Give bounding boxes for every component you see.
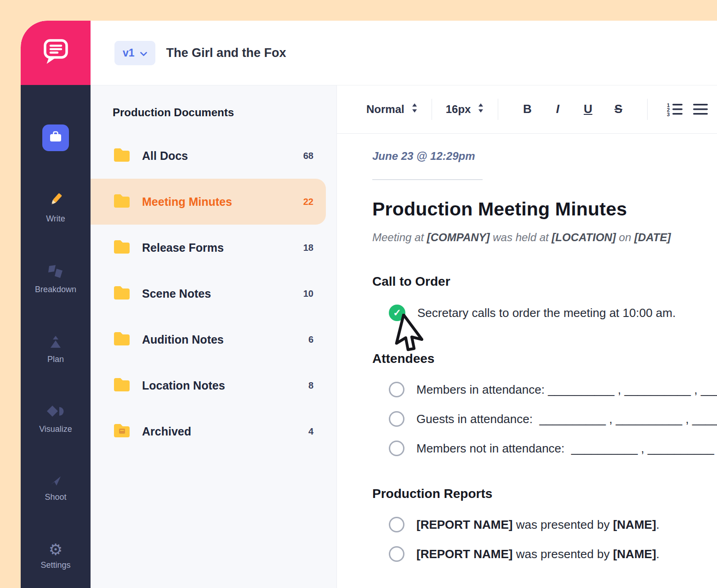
bullet-list-icon (693, 111, 708, 118)
chevron-down-icon (140, 47, 147, 59)
sidebar-item-label: Settings (40, 560, 70, 570)
unchecked-checkbox[interactable] (389, 546, 404, 562)
folder-row-location-notes[interactable]: Location Notes 8 (91, 362, 336, 408)
speech-bubble-logo-icon (41, 37, 70, 69)
documents-panel: Production Documents All Docs 68 Meeting… (91, 85, 337, 588)
sidebar-item-label: Breakdown (35, 285, 76, 294)
sidebar-item-visualize[interactable]: Visualize (39, 405, 72, 434)
divider-rule (372, 179, 483, 180)
main-nav-rail: Write Breakdown Plan (21, 85, 91, 588)
archived-folder-icon (113, 423, 131, 440)
folder-icon (113, 193, 131, 210)
checklist-item-text: Guests in attendance: __________ , _____… (416, 412, 717, 426)
svg-text:3: 3 (667, 111, 670, 117)
folder-row-scene-notes[interactable]: Scene Notes 10 (91, 271, 336, 317)
folder-name: Meeting Minutes (142, 195, 232, 209)
folder-list: All Docs 68 Meeting Minutes 22 Release F… (91, 133, 336, 454)
project-title: The Girl and the Fox (166, 46, 286, 60)
folder-count: 6 (308, 334, 313, 345)
folder-count: 22 (303, 197, 313, 207)
folder-count: 8 (308, 380, 313, 391)
editor-toolbar: Normal 16px B (337, 85, 717, 134)
sidebar-item-label: Visualize (39, 424, 72, 434)
folder-icon (113, 285, 131, 302)
checklist-item: Guests in attendance: __________ , _____… (389, 411, 717, 427)
folder-name: Scene Notes (142, 287, 211, 300)
bullet-list-button[interactable] (693, 102, 708, 117)
folder-icon (113, 239, 131, 256)
app-window: Write Breakdown Plan (21, 21, 717, 588)
font-size-value: 16px (446, 103, 471, 116)
briefcase-icon (49, 131, 62, 145)
folder-count: 10 (303, 288, 313, 299)
sidebar-item-documents[interactable] (42, 124, 69, 151)
sidebar-item-shoot[interactable]: Shoot (45, 475, 66, 502)
gear-icon: ⚙ (49, 543, 63, 556)
mouse-cursor-icon (394, 314, 430, 355)
checklist-item: [REPORT NAME] was presented by [NAME]. (389, 517, 717, 532)
top-header: v1 The Girl and the Fox (91, 21, 717, 85)
unchecked-checkbox[interactable] (389, 411, 404, 427)
updown-arrows-icon (411, 102, 418, 116)
unchecked-checkbox[interactable] (389, 382, 404, 397)
toolbar-divider (432, 99, 432, 120)
folder-row-archived[interactable]: Archived 4 (91, 408, 336, 454)
folder-row-meeting-minutes[interactable]: Meeting Minutes 22 (91, 179, 326, 225)
sidebar-item-write[interactable]: Write (46, 192, 65, 224)
checklist-item: Members not in attendance: __________ , … (389, 441, 717, 456)
sidebar-item-label: Plan (47, 355, 64, 364)
visualize-shapes-icon (47, 405, 64, 420)
underline-button[interactable]: U (577, 102, 598, 116)
folder-row-all-docs[interactable]: All Docs 68 (91, 133, 336, 179)
pencil-icon (47, 192, 64, 210)
folder-name: Location Notes (142, 379, 225, 392)
checklist-item-text: Secretary calls to order the meeting at … (417, 306, 676, 320)
bold-button[interactable]: B (517, 102, 538, 116)
version-dropdown[interactable]: v1 (114, 41, 155, 65)
numbered-list-button[interactable]: 1 2 3 (666, 102, 683, 117)
document-timestamp: June 23 @ 12:29pm (372, 150, 717, 163)
editor-pane: Normal 16px B (337, 85, 717, 588)
version-label: v1 (123, 47, 135, 59)
folder-count: 18 (303, 243, 313, 253)
checklist-item-text: Members not in attendance: __________ , … (416, 441, 714, 456)
checklist-item-text: Members in attendance: __________ , ____… (416, 383, 717, 397)
folder-name: Archived (142, 425, 191, 438)
unchecked-checkbox[interactable] (389, 441, 404, 456)
paragraph-style-value: Normal (366, 103, 404, 116)
unchecked-checkbox[interactable] (389, 517, 404, 532)
checklist-item-text: [REPORT NAME] was presented by [NAME]. (416, 547, 660, 561)
sidebar-item-plan[interactable]: Plan (47, 335, 64, 364)
sidebar-item-settings[interactable]: ⚙ Settings (40, 543, 70, 570)
folder-icon (113, 147, 131, 164)
strikethrough-button[interactable]: S (608, 102, 629, 116)
section-heading-production-reports: Production Reports (372, 486, 717, 501)
toolbar-divider (498, 99, 498, 120)
document-body[interactable]: June 23 @ 12:29pm Production Meeting Min… (337, 133, 717, 588)
sidebar-item-label: Write (46, 214, 65, 224)
plan-triangles-icon (48, 335, 63, 351)
paragraph-style-select[interactable]: Normal (366, 102, 418, 116)
checklist-item-checked: ✓ Secretary calls to order the meeting a… (389, 305, 717, 321)
folder-row-audition-notes[interactable]: Audition Notes 6 (91, 317, 336, 362)
sidebar-item-breakdown[interactable]: Breakdown (35, 264, 76, 294)
document-title: Production Meeting Minutes (372, 198, 717, 220)
checklist-item: Members in attendance: __________ , ____… (389, 382, 717, 397)
folder-count: 4 (308, 426, 313, 437)
updown-arrows-icon (478, 102, 484, 116)
font-size-select[interactable]: 16px (446, 102, 484, 116)
checklist-item-text: [REPORT NAME] was presented by [NAME]. (416, 518, 660, 532)
app-logo[interactable] (21, 21, 91, 85)
folder-name: Audition Notes (142, 333, 224, 346)
folder-row-release-forms[interactable]: Release Forms 18 (91, 225, 336, 271)
folder-name: Release Forms (142, 241, 224, 254)
italic-button[interactable]: I (547, 102, 568, 116)
folder-count: 68 (303, 151, 313, 161)
app-screenshot: { "colors": { "frame_peach": "#FFE2BC", … (0, 0, 717, 588)
breakdown-shapes-icon (47, 264, 64, 281)
document-subtitle: Meeting at [COMPANY] was held at [LOCATI… (372, 231, 717, 244)
checklist-item: [REPORT NAME] was presented by [NAME]. (389, 546, 717, 562)
shoot-arrow-icon (49, 475, 63, 488)
sidebar-item-label: Shoot (45, 492, 66, 502)
documents-panel-title: Production Documents (113, 106, 336, 119)
